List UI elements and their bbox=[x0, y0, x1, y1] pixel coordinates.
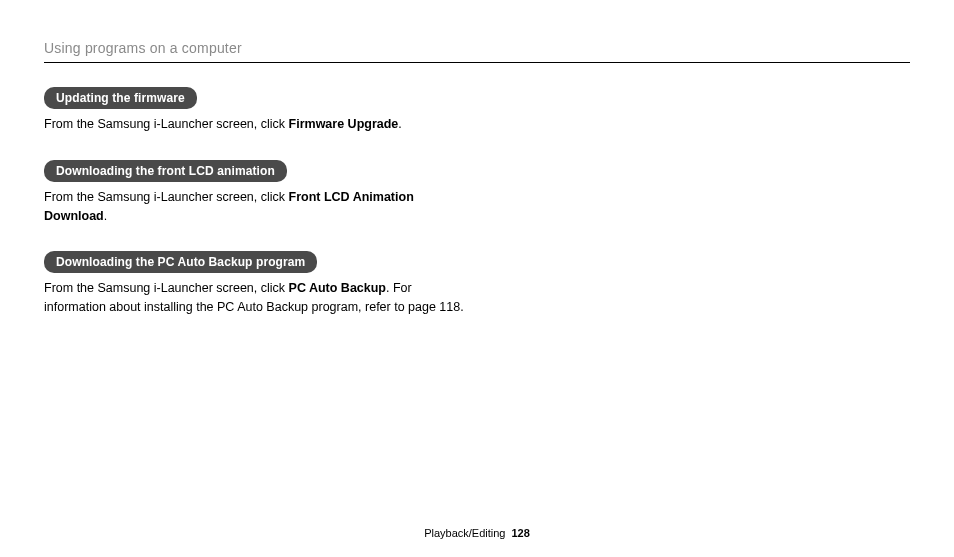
section-body: From the Samsung i-Launcher screen, clic… bbox=[44, 279, 474, 317]
footer-page-number: 128 bbox=[511, 527, 529, 539]
pill-heading: Downloading the front LCD animation bbox=[44, 160, 287, 182]
footer-section-label: Playback/Editing bbox=[424, 527, 505, 539]
pill-heading: Downloading the PC Auto Backup program bbox=[44, 251, 317, 273]
document-page: Using programs on a computer Updating th… bbox=[0, 0, 954, 557]
section-pc-auto-backup: Downloading the PC Auto Backup program F… bbox=[44, 251, 910, 317]
body-pre: From the Samsung i-Launcher screen, clic… bbox=[44, 190, 289, 204]
body-pre: From the Samsung i-Launcher screen, clic… bbox=[44, 281, 289, 295]
section-updating-firmware: Updating the firmware From the Samsung i… bbox=[44, 87, 910, 134]
section-body: From the Samsung i-Launcher screen, clic… bbox=[44, 188, 474, 226]
page-header-title: Using programs on a computer bbox=[44, 40, 910, 62]
pill-heading: Updating the firmware bbox=[44, 87, 197, 109]
section-front-lcd-animation: Downloading the front LCD animation From… bbox=[44, 160, 910, 226]
body-pre: From the Samsung i-Launcher screen, clic… bbox=[44, 117, 289, 131]
header-rule bbox=[44, 62, 910, 63]
body-bold: PC Auto Backup bbox=[289, 281, 386, 295]
page-footer: Playback/Editing128 bbox=[0, 527, 954, 539]
section-body: From the Samsung i-Launcher screen, clic… bbox=[44, 115, 474, 134]
body-post: . bbox=[104, 209, 107, 223]
body-bold: Firmware Upgrade bbox=[289, 117, 399, 131]
body-post: . bbox=[398, 117, 401, 131]
